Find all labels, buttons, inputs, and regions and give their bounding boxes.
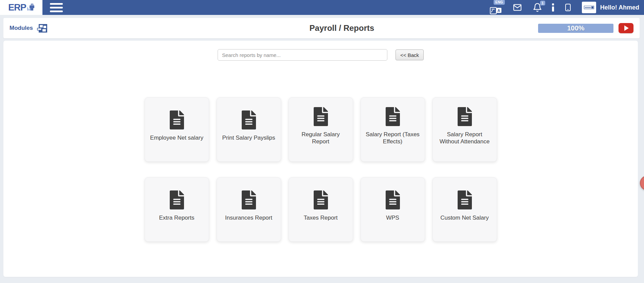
page-title: Payroll / Reports — [310, 23, 374, 33]
company-logo-icon — [584, 6, 594, 9]
report-card-wps[interactable]: WPS — [361, 177, 425, 242]
report-card-regular-salary-report[interactable]: Regular Salary Report — [289, 97, 353, 162]
progress-value: 100% — [567, 24, 584, 32]
play-icon — [624, 25, 629, 31]
mobile-app-button[interactable] — [564, 2, 572, 13]
card-label: Salary Report Without Attendance — [437, 131, 493, 145]
file-text-icon — [169, 110, 185, 129]
page-header: Modules Payroll / Reports 100% — [3, 18, 640, 38]
file-text-icon — [457, 190, 473, 209]
report-card-employee-net-salary[interactable]: Employee Net salary — [145, 97, 209, 162]
notification-count-badge: 1 — [540, 1, 545, 5]
modules-link[interactable]: Modules — [10, 24, 47, 33]
video-help-button[interactable] — [619, 23, 633, 33]
mail-icon — [512, 3, 523, 12]
report-card-extra-reports[interactable]: Extra Reports — [145, 177, 209, 242]
back-button[interactable]: << Back — [395, 49, 424, 60]
brand-text: ERP — [8, 3, 26, 12]
top-navigation-bar: ERP ENG A 1 — [0, 0, 644, 15]
card-label: Extra Reports — [159, 214, 195, 221]
report-card-salary-report-without-attendance[interactable]: Salary Report Without Attendance — [433, 97, 497, 162]
card-label: Custom Net Salary — [440, 214, 489, 221]
user-greeting: Hello! Ahmed — [600, 4, 641, 11]
file-text-icon — [385, 190, 401, 209]
modules-label: Modules — [10, 25, 33, 32]
progress-bar: 100% — [538, 24, 613, 33]
topbar-actions: ENG A 1 — [490, 1, 644, 14]
card-label: Print Salary Payslips — [222, 134, 275, 141]
report-card-insurances-report[interactable]: Insurances Report — [217, 177, 281, 242]
card-label: Regular Salary Report — [293, 131, 349, 145]
card-label: Insurances Report — [225, 214, 272, 221]
reports-panel: << Back Employee Net salary Print Salary… — [3, 41, 638, 277]
card-label: Taxes Report — [303, 214, 337, 221]
logo-building-icon — [27, 3, 34, 12]
card-label: Employee Net salary — [150, 134, 203, 141]
user-menu[interactable]: Hello! Ahmed — [582, 2, 641, 13]
report-card-salary-report-taxes-effects[interactable]: Salary Report (Taxes Effects) — [361, 97, 425, 162]
file-text-icon — [169, 190, 185, 209]
language-badge: ENG — [494, 0, 505, 5]
header-right-controls: 100% — [538, 23, 633, 33]
floating-action-button[interactable] — [640, 176, 644, 190]
file-text-icon — [457, 107, 473, 126]
card-label: Salary Report (Taxes Effects) — [365, 131, 421, 145]
file-text-icon — [385, 107, 401, 126]
app-logo[interactable]: ERP — [0, 0, 42, 15]
report-card-taxes-report[interactable]: Taxes Report — [289, 177, 353, 242]
avatar — [582, 2, 596, 13]
translate-icon — [490, 7, 497, 14]
search-toolbar: << Back — [3, 49, 638, 61]
report-cards-grid: Employee Net salary Print Salary Payslip… — [145, 97, 497, 242]
file-text-icon — [241, 110, 257, 129]
card-label: WPS — [386, 214, 399, 221]
modules-grid-icon — [37, 24, 47, 33]
file-text-icon — [241, 190, 257, 209]
notifications-button[interactable]: 1 — [533, 3, 542, 12]
report-card-custom-net-salary[interactable]: Custom Net Salary — [433, 177, 497, 242]
file-text-icon — [313, 190, 329, 209]
smartphone-icon — [564, 2, 572, 13]
menu-hamburger-icon[interactable] — [49, 2, 64, 14]
language-switcher[interactable]: ENG A — [490, 1, 502, 14]
report-card-print-salary-payslips[interactable]: Print Salary Payslips — [217, 97, 281, 162]
mail-button[interactable] — [512, 3, 523, 12]
info-button[interactable] — [552, 3, 554, 12]
file-text-icon — [313, 107, 329, 126]
info-icon — [552, 3, 554, 12]
search-input[interactable] — [218, 49, 387, 61]
